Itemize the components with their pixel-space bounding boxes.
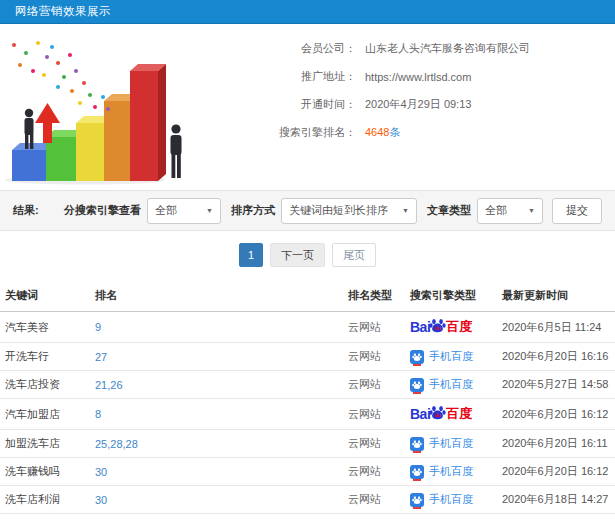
table-row: 开洗车行 27 云网站 Bai du 百度	[0, 343, 615, 371]
svg-text:du: du	[435, 326, 441, 331]
mobile-baidu-logo-icon: 手机百度	[410, 377, 473, 392]
result-label: 结果:	[13, 203, 39, 218]
rank-type-cell: 云网站	[343, 514, 405, 520]
rank-link[interactable]: 9	[90, 312, 343, 343]
article-type-value: 全部	[485, 203, 507, 218]
baidu-logo-icon: Bai du 百度	[410, 318, 472, 336]
engine-type-cell: Bai du 百度	[405, 399, 497, 430]
promotion-url-link[interactable]: https://www.lrtlsd.com	[365, 71, 471, 83]
pagination: 1 下一页 尾页	[0, 243, 615, 267]
rank-type-cell: 云网站	[343, 399, 405, 430]
table-row: 洗车赚钱吗 30 云网站 Bai du 百度	[0, 458, 615, 486]
updated-time-cell: 2020年6月20日 16:11	[497, 430, 615, 458]
rank-link[interactable]: 30	[90, 486, 343, 514]
keyword-cell: 洗车店加盟	[0, 514, 90, 520]
updated-time-cell: 2020年6月5日 11:24	[497, 312, 615, 343]
keyword-cell: 洗车店利润	[0, 486, 90, 514]
mobile-baidu-logo-icon: 手机百度	[410, 464, 473, 479]
engine-filter-label: 分搜索引擎查看	[64, 203, 141, 218]
company-label: 会员公司：	[188, 41, 356, 56]
chevron-down-icon: ▼	[402, 207, 409, 214]
rank-type-cell: 云网站	[343, 343, 405, 371]
rank-type-cell: 云网站	[343, 486, 405, 514]
rank-link[interactable]: 27	[90, 343, 343, 371]
sort-label: 排序方式	[231, 203, 275, 218]
table-row: 加盟洗车店 25,28,28 云网站 Bai du 百度	[0, 430, 615, 458]
engine-type-cell: Bai du 百度	[405, 371, 497, 399]
engine-type-cell: Bai du 百度	[405, 430, 497, 458]
keyword-cell: 加盟洗车店	[0, 430, 90, 458]
sort-value: 关键词由短到长排序	[289, 203, 388, 218]
last-page-button[interactable]: 尾页	[332, 243, 376, 267]
submit-button[interactable]: 提交	[552, 198, 602, 224]
table-header-row: 关键词 排名 排名类型 搜索引擎类型 最新更新时间	[0, 279, 615, 312]
filter-bar: 结果: 分搜索引擎查看 全部 ▼ 排序方式 关键词由短到长排序 ▼ 文章类型 全…	[0, 190, 615, 231]
rank-link[interactable]: 25,28,28	[90, 430, 343, 458]
rank-count-value: 4648	[365, 126, 389, 138]
engine-type-cell: Bai du 百度	[405, 486, 497, 514]
page-title: 网络营销效果展示	[15, 4, 111, 19]
updated-time-cell: 2020年6月20日 16:12	[497, 399, 615, 430]
updated-time-cell: 2020年6月18日 14:27	[497, 486, 615, 514]
article-type-label: 文章类型	[427, 203, 471, 218]
rank-type-cell: 云网站	[343, 430, 405, 458]
sort-select[interactable]: 关键词由短到长排序 ▼	[281, 198, 417, 224]
chevron-down-icon: ▼	[206, 207, 213, 214]
next-page-button[interactable]: 下一页	[270, 243, 325, 267]
article-type-select[interactable]: 全部 ▼	[477, 198, 543, 224]
engine-type-cell: Bai du 百度	[405, 458, 497, 486]
baidu-logo-icon: Bai du 百度	[410, 405, 472, 423]
ranking-table: 关键词 排名 排名类型 搜索引擎类型 最新更新时间 汽车美容 9 云网站 Bai…	[0, 279, 615, 520]
table-row: 洗车店加盟 3 云网站 Bai du 百度	[0, 514, 615, 520]
col-updated: 最新更新时间	[497, 279, 615, 312]
rank-link[interactable]: 30	[90, 458, 343, 486]
col-engine-type: 搜索引擎类型	[405, 279, 497, 312]
col-rank-type: 排名类型	[343, 279, 405, 312]
field-rank-count: 搜索引擎排名： 4648条	[188, 124, 615, 141]
rank-count-suffix: 条	[389, 126, 400, 138]
rank-type-cell: 云网站	[343, 371, 405, 399]
bar-chart-clipart-illustration	[0, 33, 188, 185]
url-label: 推广地址：	[188, 69, 356, 84]
rank-count-label: 搜索引擎排名：	[188, 125, 356, 140]
keyword-cell: 洗车店投资	[0, 371, 90, 399]
table-row: 洗车店利润 30 云网站 Bai du 百度	[0, 486, 615, 514]
app-header: 网络营销效果展示	[0, 0, 615, 24]
updated-time-cell: 2020年6月20日 16:16	[497, 343, 615, 371]
engine-type-cell: Bai du 百度	[405, 514, 497, 520]
keyword-cell: 汽车加盟店	[0, 399, 90, 430]
rank-type-cell: 云网站	[343, 458, 405, 486]
rank-link[interactable]: 3	[90, 514, 343, 520]
field-company: 会员公司： 山东老人头汽车服务咨询有限公司	[188, 40, 615, 57]
mobile-baidu-logo-icon: 手机百度	[410, 436, 473, 451]
engine-filter-select[interactable]: 全部 ▼	[147, 198, 221, 224]
table-row: 洗车店投资 21,26 云网站 Bai du 百度	[0, 371, 615, 399]
engine-type-cell: Bai du 百度	[405, 343, 497, 371]
rank-link[interactable]: 8	[90, 399, 343, 430]
updated-time-cell: 2020年6月18日 14:30	[497, 514, 615, 520]
engine-type-cell: Bai du 百度	[405, 312, 497, 343]
svg-text:du: du	[435, 413, 441, 418]
keyword-cell: 汽车美容	[0, 312, 90, 343]
col-keyword: 关键词	[0, 279, 90, 312]
chevron-down-icon: ▼	[528, 207, 535, 214]
field-open-time: 开通时间： 2020年4月29日 09:13	[188, 96, 615, 113]
mobile-baidu-logo-icon: 手机百度	[410, 349, 473, 364]
table-row: 汽车美容 9 云网站 Bai du 百度	[0, 312, 615, 343]
field-url: 推广地址： https://www.lrtlsd.com	[188, 68, 615, 85]
rank-link[interactable]: 21,26	[90, 371, 343, 399]
engine-filter-value: 全部	[155, 203, 177, 218]
open-time-value: 2020年4月29日 09:13	[365, 97, 471, 112]
keyword-cell: 洗车赚钱吗	[0, 458, 90, 486]
open-time-label: 开通时间：	[188, 97, 356, 112]
rank-type-cell: 云网站	[343, 312, 405, 343]
page-1-button[interactable]: 1	[239, 243, 263, 267]
col-rank: 排名	[90, 279, 343, 312]
member-info-panel: 会员公司： 山东老人头汽车服务咨询有限公司 推广地址： https://www.…	[0, 24, 615, 190]
updated-time-cell: 2020年6月20日 16:12	[497, 458, 615, 486]
mobile-baidu-logo-icon: 手机百度	[410, 492, 473, 507]
member-fields: 会员公司： 山东老人头汽车服务咨询有限公司 推广地址： https://www.…	[188, 33, 615, 185]
company-link[interactable]: 山东老人头汽车服务咨询有限公司	[365, 41, 530, 56]
keyword-cell: 开洗车行	[0, 343, 90, 371]
table-row: 汽车加盟店 8 云网站 Bai du 百度	[0, 399, 615, 430]
